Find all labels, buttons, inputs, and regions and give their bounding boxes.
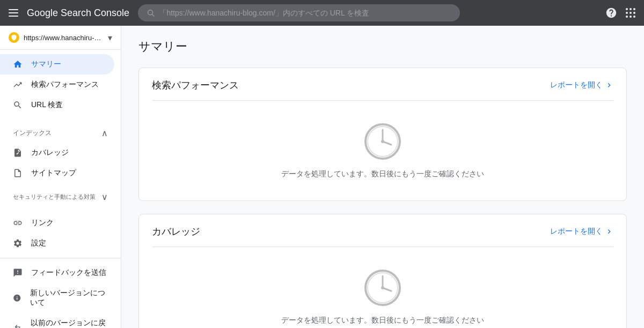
topbar-right [605, 7, 635, 19]
gear-icon [13, 238, 23, 248]
sidebar-item-links[interactable]: リンク [0, 213, 114, 233]
help-button[interactable] [605, 7, 617, 19]
sidebar-item-label-old-version: 以前のバージョンに戻す [31, 318, 108, 328]
property-url: https://www.hanachiru-blog.c... [24, 34, 104, 42]
sidebar-item-label-settings: 設定 [31, 238, 46, 248]
sidebar-item-feedback[interactable]: フィードバックを送信 [0, 263, 121, 283]
property-selector[interactable]: https://www.hanachiru-blog.c... ▾ [0, 26, 121, 50]
svg-point-6 [381, 140, 384, 143]
sidebar-item-summary[interactable]: サマリー [0, 54, 114, 74]
sidebar-item-new-version[interactable]: 新しいバージョンについて [0, 283, 121, 313]
sidebar-item-label-links: リンク [31, 218, 54, 228]
revert-icon [13, 323, 22, 328]
sidebar-item-label-sitemap: サイトマップ [31, 168, 76, 178]
property-chevron-icon: ▾ [108, 33, 112, 43]
section-index-chevron[interactable]: ∧ [101, 128, 108, 138]
link-icon [13, 218, 23, 228]
sidebar: https://www.hanachiru-blog.c... ▾ サマリー 検… [0, 26, 121, 328]
clock-icon-2 [363, 269, 402, 307]
search-performance-link-label: レポートを開く [550, 80, 603, 90]
sidebar-item-settings[interactable]: 設定 [0, 233, 114, 254]
sidebar-item-label-coverage: カバレッジ [31, 148, 69, 158]
search-performance-processing-text: データを処理しています。数日後にもう一度ご確認ください [281, 169, 484, 179]
clock-icon [363, 122, 402, 161]
search-performance-card: 検索パフォーマンス レポートを開く [138, 68, 627, 201]
coverage-report-link[interactable]: レポートを開く [550, 227, 613, 236]
sidebar-item-label-url-inspection: URL 検査 [31, 100, 63, 110]
sidebar-item-old-version[interactable]: 以前のバージョンに戻す [0, 313, 121, 328]
coverage-processing-text: データを処理しています。数日後にもう一度ご確認ください [281, 316, 484, 325]
sidebar-item-sitemap[interactable]: サイトマップ [0, 163, 114, 183]
coverage-link-label: レポートを開く [550, 227, 603, 236]
sidebar-item-label-feedback: フィードバックを送信 [31, 268, 106, 278]
coverage-card-header: カバレッジ レポートを開く [139, 214, 626, 247]
trending-up-icon [13, 80, 23, 90]
section-index-header: インデックス ∧ [0, 120, 121, 143]
search-input[interactable] [159, 9, 451, 17]
apps-button[interactable] [626, 8, 635, 18]
main-layout: https://www.hanachiru-blog.c... ▾ サマリー 検… [0, 26, 644, 328]
section-index-label: インデックス [13, 129, 52, 138]
svg-line-1 [152, 14, 155, 17]
search-performance-card-body: データを処理しています。数日後にもう一度ご確認ください [139, 101, 626, 200]
search-icon-top [147, 9, 155, 17]
info-icon [13, 293, 21, 303]
doc-check-icon [13, 148, 23, 158]
search-bar[interactable] [138, 4, 460, 21]
home-icon [13, 59, 23, 69]
search-performance-report-link[interactable]: レポートを開く [550, 80, 613, 90]
app-name: Google Search Console [27, 8, 129, 19]
sidebar-item-label-summary: サマリー [31, 59, 61, 69]
section-security-label: セキュリティと手動による対策 [13, 193, 96, 201]
section-security-chevron[interactable]: ∨ [101, 192, 108, 202]
sidebar-item-label-search-performance: 検索パフォーマンス [31, 80, 99, 90]
search-icon [13, 100, 23, 110]
svg-point-11 [381, 286, 384, 289]
chevron-right-icon-2 [605, 227, 613, 236]
chevron-right-icon [605, 81, 613, 90]
feedback-icon [13, 268, 23, 278]
topbar: Google Search Console [0, 0, 644, 26]
sidebar-item-url-inspection[interactable]: URL 検査 [0, 95, 114, 115]
menu-icon[interactable] [9, 9, 18, 17]
coverage-card-title: カバレッジ [152, 225, 200, 238]
main-content: サマリー 検索パフォーマンス レポートを開く [121, 26, 644, 328]
search-performance-card-header: 検索パフォーマンス レポートを開く [139, 68, 626, 100]
sitemap-icon [13, 168, 23, 178]
page-title: サマリー [138, 39, 627, 55]
coverage-card-body: データを処理しています。数日後にもう一度ご確認ください [139, 247, 626, 328]
app-logo: Google Search Console [27, 8, 129, 19]
coverage-card: カバレッジ レポートを開く [138, 214, 627, 328]
property-icon [9, 32, 19, 43]
sidebar-bottom: フィードバックを送信 新しいバージョンについて 以前のバージョンに戻す プライバ… [0, 258, 121, 328]
search-performance-card-title: 検索パフォーマンス [152, 79, 239, 92]
section-security-header: セキュリティと手動による対策 ∨ [0, 183, 121, 206]
sidebar-item-search-performance[interactable]: 検索パフォーマンス [0, 74, 114, 95]
sidebar-item-coverage[interactable]: カバレッジ [0, 143, 114, 163]
sidebar-item-label-new-version: 新しいバージョンについて [30, 288, 108, 308]
